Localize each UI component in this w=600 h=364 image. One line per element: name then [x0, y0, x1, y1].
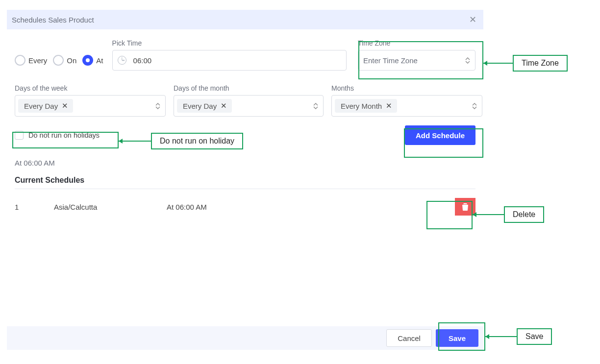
current-schedules-title: Current Schedules — [15, 176, 475, 185]
pick-time-value: 06:00 — [133, 56, 152, 65]
radio-every[interactable]: Every — [15, 55, 47, 66]
months-tag-label: Every Month — [341, 102, 382, 110]
chevron-up-down-icon — [313, 103, 318, 109]
days-of-month-label: Days of the month — [174, 84, 324, 92]
pick-time-input[interactable]: 06:00 — [112, 50, 347, 71]
days-of-week-select[interactable]: Every Day ✕ — [15, 95, 166, 117]
annotation-label-timezone: Time Zone — [513, 55, 568, 72]
schedule-modal: Schedules Sales Product ✕ Every On At — [7, 10, 483, 218]
modal-title: Schedules Sales Product — [12, 16, 94, 24]
radio-circle-icon — [15, 55, 25, 66]
annotation-connector — [473, 214, 504, 215]
days-of-week-tag-label: Every Day — [24, 102, 58, 110]
radio-on-label: On — [67, 56, 76, 65]
days-of-week-tag: Every Day ✕ — [18, 99, 73, 113]
checkbox-icon — [15, 131, 24, 140]
radio-circle-icon — [53, 55, 64, 66]
schedule-row: 1 Asia/Calcutta At 06:00 AM — [15, 196, 475, 218]
divider — [15, 189, 475, 189]
schedule-summary-text: At 06:00 AM — [15, 159, 475, 167]
modal-header: Schedules Sales Product ✕ — [7, 10, 483, 29]
annotation-label-holiday: Do not run on holiday — [151, 133, 243, 149]
holiday-checkbox-row[interactable]: Do not run on holidays — [15, 131, 100, 140]
radio-at-label: At — [96, 56, 103, 65]
time-zone-label: Time Zone — [358, 39, 475, 47]
schedule-row-index: 1 — [15, 203, 54, 211]
radio-at[interactable]: At — [82, 55, 103, 66]
tag-remove-icon[interactable]: ✕ — [62, 101, 68, 110]
months-select[interactable]: Every Month ✕ — [331, 95, 482, 117]
modal-footer: Cancel Save — [7, 326, 483, 350]
tag-remove-icon[interactable]: ✕ — [221, 101, 227, 110]
days-of-month-tag: Every Day ✕ — [177, 99, 232, 113]
chevron-up-down-icon — [465, 57, 470, 64]
cancel-button[interactable]: Cancel — [386, 329, 432, 347]
holiday-label: Do not run on holidays — [28, 131, 100, 139]
radio-circle-icon — [82, 55, 93, 66]
annotation-connector — [485, 336, 517, 337]
annotation-label-delete: Delete — [504, 206, 544, 223]
days-of-month-select[interactable]: Every Day ✕ — [174, 95, 324, 117]
radio-on[interactable]: On — [53, 55, 76, 66]
chevron-up-down-icon — [472, 103, 477, 109]
annotation-connector — [119, 141, 151, 142]
annotation-connector — [483, 63, 513, 64]
close-icon[interactable]: ✕ — [469, 14, 476, 25]
add-schedule-button[interactable]: Add Schedule — [405, 125, 475, 145]
save-button[interactable]: Save — [436, 329, 478, 347]
annotation-arrow-icon — [119, 139, 123, 144]
radio-every-label: Every — [28, 56, 47, 65]
tag-remove-icon[interactable]: ✕ — [386, 101, 392, 110]
schedule-row-timezone: Asia/Calcutta — [54, 203, 167, 211]
pick-time-label: Pick Time — [112, 39, 349, 47]
days-of-week-label: Days of the week — [15, 84, 166, 92]
schedule-row-time: At 06:00 AM — [167, 203, 455, 211]
clock-icon — [118, 56, 126, 65]
months-label: Months — [331, 84, 482, 92]
chevron-up-down-icon — [155, 103, 160, 109]
frequency-radios: Every On At — [15, 50, 103, 71]
annotation-arrow-icon — [483, 61, 487, 66]
annotation-arrow-icon — [473, 212, 476, 217]
trash-icon — [462, 203, 469, 211]
time-zone-placeholder: Enter Time Zone — [363, 56, 418, 65]
annotation-label-save: Save — [517, 328, 552, 345]
time-zone-select[interactable]: Enter Time Zone — [358, 50, 475, 71]
annotation-arrow-icon — [485, 334, 489, 339]
months-tag: Every Month ✕ — [335, 99, 397, 113]
days-of-month-tag-label: Every Day — [183, 102, 217, 110]
